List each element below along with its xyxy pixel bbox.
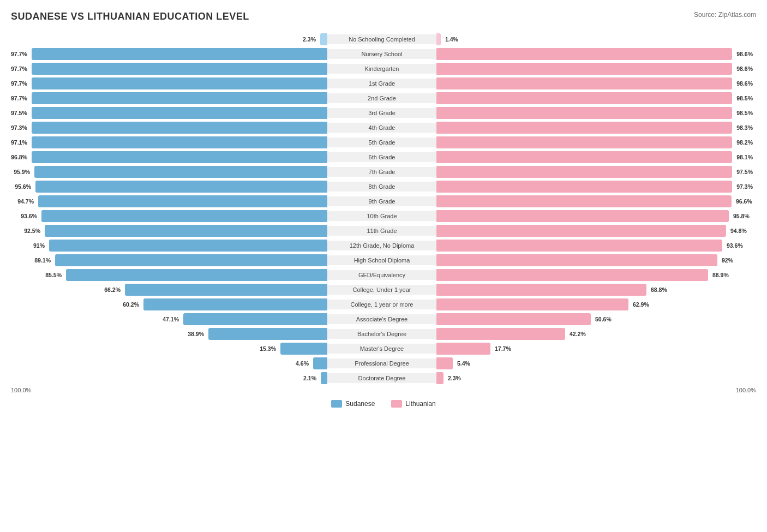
right-bar-container-3: 98.6% <box>436 77 753 89</box>
left-bar-18 <box>143 298 327 310</box>
legend-label-lithuanian: Lithuanian <box>405 400 435 408</box>
center-label-7: 5th Grade <box>327 138 436 147</box>
left-value-15: 89.1% <box>34 257 51 264</box>
bar-row-23: 2.1%Doctorate Degree2.3% <box>11 372 756 384</box>
left-value-23: 2.1% <box>303 375 316 381</box>
right-bar-container-15: 92% <box>436 254 753 266</box>
right-bar-container-11: 96.6% <box>436 195 753 207</box>
left-bar-container-4: 97.7% <box>11 92 327 104</box>
bar-row-12: 93.6%10th Grade95.8% <box>11 210 756 222</box>
right-value-15: 92% <box>722 257 733 264</box>
left-value-0: 2.3% <box>303 36 316 43</box>
left-bar-container-9: 95.9% <box>11 166 327 178</box>
left-value-8: 96.8% <box>11 154 27 160</box>
left-bar-11 <box>38 195 327 207</box>
legend-box-lithuanian <box>391 400 402 408</box>
center-label-16: GED/Equivalency <box>327 270 436 280</box>
right-value-23: 2.3% <box>448 375 461 381</box>
bar-row-9: 95.9%7th Grade97.5% <box>11 166 756 178</box>
bar-row-21: 15.3%Master's Degree17.7% <box>11 343 756 355</box>
right-bar-container-19: 50.6% <box>436 313 753 325</box>
right-value-20: 42.2% <box>570 331 586 337</box>
right-bar-18 <box>436 298 628 310</box>
center-label-3: 1st Grade <box>327 79 436 88</box>
right-value-18: 62.9% <box>633 301 649 308</box>
right-value-22: 5.4% <box>457 360 470 367</box>
bar-row-3: 97.7%1st Grade98.6% <box>11 77 756 89</box>
right-bar-0 <box>436 33 441 45</box>
left-value-2: 97.7% <box>11 65 27 72</box>
right-value-9: 97.5% <box>736 169 753 175</box>
center-label-23: Doctorate Degree <box>327 373 436 383</box>
right-bar-container-14: 93.6% <box>436 240 753 252</box>
bar-row-18: 60.2%College, 1 year or more62.9% <box>11 298 756 310</box>
left-value-9: 95.9% <box>14 169 30 175</box>
right-bar-10 <box>436 181 732 193</box>
center-label-9: 7th Grade <box>327 167 436 177</box>
left-value-22: 4.6% <box>296 360 309 367</box>
left-value-17: 66.2% <box>104 286 121 293</box>
right-bar-14 <box>436 240 722 252</box>
left-value-16: 85.5% <box>45 272 62 278</box>
center-label-18: College, 1 year or more <box>327 300 436 309</box>
left-value-13: 92.5% <box>24 228 40 234</box>
right-bar-container-5: 98.5% <box>436 107 753 119</box>
right-value-3: 98.6% <box>736 80 753 87</box>
left-value-18: 60.2% <box>123 301 139 308</box>
left-bar-container-11: 94.7% <box>11 195 327 207</box>
left-bar-3 <box>32 77 327 89</box>
left-bar-2 <box>32 63 327 75</box>
right-value-17: 68.8% <box>651 286 667 293</box>
right-bar-container-4: 98.5% <box>436 92 753 104</box>
right-bar-19 <box>436 313 591 325</box>
right-bar-container-6: 98.3% <box>436 122 753 134</box>
left-bar-container-13: 92.5% <box>11 225 327 237</box>
left-bar-9 <box>34 166 327 178</box>
left-value-20: 38.9% <box>188 331 204 337</box>
center-label-12: 10th Grade <box>327 211 436 221</box>
bottom-label-right: 100.0% <box>736 387 756 393</box>
right-bar-12 <box>436 210 729 222</box>
bar-row-22: 4.6%Professional Degree5.4% <box>11 357 756 369</box>
left-value-7: 97.1% <box>11 139 27 146</box>
bar-row-6: 97.3%4th Grade98.3% <box>11 122 756 134</box>
chart-container: SUDANESE VS LITHUANIAN EDUCATION LEVEL S… <box>11 11 756 408</box>
right-bar-container-23: 2.3% <box>436 372 753 384</box>
legend-sudanese: Sudanese <box>331 400 375 408</box>
center-label-21: Master's Degree <box>327 344 436 354</box>
right-value-6: 98.3% <box>736 124 753 131</box>
bar-row-20: 38.9%Bachelor's Degree42.2% <box>11 328 756 340</box>
right-value-13: 94.8% <box>730 228 747 234</box>
bar-row-0: 2.3%No Schooling Completed1.4% <box>11 33 756 45</box>
right-value-0: 1.4% <box>445 36 458 43</box>
center-label-4: 2nd Grade <box>327 93 436 103</box>
left-value-21: 15.3% <box>260 345 276 352</box>
bar-row-5: 97.5%3rd Grade98.5% <box>11 107 756 119</box>
right-bar-9 <box>436 166 732 178</box>
right-value-4: 98.5% <box>736 95 753 101</box>
right-bar-container-17: 68.8% <box>436 284 753 296</box>
bar-row-15: 89.1%High School Diploma92% <box>11 254 756 266</box>
right-value-19: 50.6% <box>595 316 612 322</box>
left-value-14: 91% <box>33 242 45 249</box>
right-bar-container-12: 95.8% <box>436 210 753 222</box>
left-bar-container-8: 96.8% <box>11 151 327 163</box>
chart-area: 2.3%No Schooling Completed1.4%97.7%Nurse… <box>11 33 756 384</box>
left-bar-container-22: 4.6% <box>11 357 327 369</box>
right-bar-container-16: 88.9% <box>436 269 753 281</box>
left-value-1: 97.7% <box>11 51 27 57</box>
right-bar-container-7: 98.2% <box>436 136 753 148</box>
left-bar-1 <box>32 48 327 60</box>
left-value-10: 95.6% <box>15 183 31 190</box>
center-label-22: Professional Degree <box>327 358 436 368</box>
center-label-5: 3rd Grade <box>327 108 436 118</box>
legend-label-sudanese: Sudanese <box>345 400 375 408</box>
right-value-12: 95.8% <box>733 213 750 219</box>
right-bar-1 <box>436 48 732 60</box>
right-bar-container-20: 42.2% <box>436 328 753 340</box>
right-bar-16 <box>436 269 708 281</box>
left-bar-7 <box>32 136 327 148</box>
bar-row-7: 97.1%5th Grade98.2% <box>11 136 756 148</box>
left-bar-21 <box>280 343 327 355</box>
left-value-12: 93.6% <box>21 213 37 219</box>
